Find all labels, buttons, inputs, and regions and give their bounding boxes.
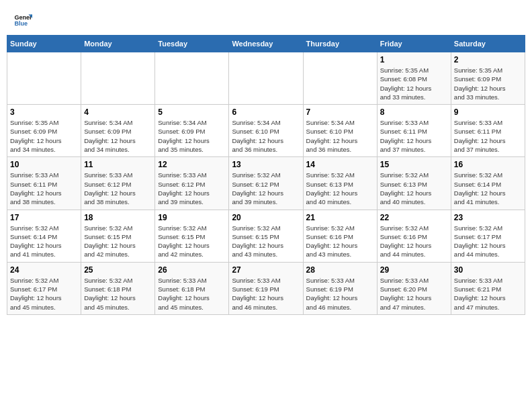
day-number: 9 xyxy=(454,107,522,117)
logo: General Blue xyxy=(13,11,35,30)
calendar-cell xyxy=(7,52,81,105)
calendar-cell xyxy=(303,52,377,105)
day-number: 26 xyxy=(158,265,226,275)
weekday-header-thursday: Thursday xyxy=(303,36,377,52)
day-info: Sunrise: 5:32 AM Sunset: 6:13 PM Dayligh… xyxy=(306,171,374,206)
day-number: 10 xyxy=(10,160,78,169)
day-number: 21 xyxy=(306,213,374,222)
day-info: Sunrise: 5:32 AM Sunset: 6:14 PM Dayligh… xyxy=(10,224,78,259)
day-number: 20 xyxy=(232,213,300,222)
calendar-cell: 1Sunrise: 5:35 AM Sunset: 6:08 PM Daylig… xyxy=(377,52,451,105)
calendar-header: SundayMondayTuesdayWednesdayThursdayFrid… xyxy=(7,36,525,52)
calendar-cell xyxy=(229,52,303,105)
day-number: 8 xyxy=(380,107,448,117)
calendar-cell: 13Sunrise: 5:32 AM Sunset: 6:12 PM Dayli… xyxy=(229,157,303,210)
day-number: 4 xyxy=(84,107,152,117)
day-number: 3 xyxy=(10,107,78,117)
day-number: 24 xyxy=(10,265,78,275)
calendar-cell: 3Sunrise: 5:35 AM Sunset: 6:09 PM Daylig… xyxy=(7,105,81,157)
calendar-cell: 7Sunrise: 5:34 AM Sunset: 6:10 PM Daylig… xyxy=(303,105,377,157)
calendar-table: SundayMondayTuesdayWednesdayThursdayFrid… xyxy=(7,35,525,315)
day-info: Sunrise: 5:32 AM Sunset: 6:18 PM Dayligh… xyxy=(84,276,152,312)
day-number: 30 xyxy=(454,265,522,275)
weekday-header-tuesday: Tuesday xyxy=(155,36,229,52)
day-number: 5 xyxy=(158,107,226,117)
day-number: 2 xyxy=(454,55,522,64)
day-info: Sunrise: 5:32 AM Sunset: 6:12 PM Dayligh… xyxy=(232,171,300,206)
calendar-cell: 5Sunrise: 5:34 AM Sunset: 6:09 PM Daylig… xyxy=(155,105,229,157)
day-number: 29 xyxy=(380,265,448,275)
day-info: Sunrise: 5:35 AM Sunset: 6:09 PM Dayligh… xyxy=(10,118,78,154)
calendar-cell: 16Sunrise: 5:32 AM Sunset: 6:14 PM Dayli… xyxy=(451,157,525,210)
day-info: Sunrise: 5:33 AM Sunset: 6:18 PM Dayligh… xyxy=(158,276,226,312)
day-number: 22 xyxy=(380,213,448,222)
day-number: 23 xyxy=(454,213,522,222)
weekday-header-wednesday: Wednesday xyxy=(229,36,303,52)
calendar-cell: 10Sunrise: 5:33 AM Sunset: 6:11 PM Dayli… xyxy=(7,157,81,210)
calendar-row: 24Sunrise: 5:32 AM Sunset: 6:17 PM Dayli… xyxy=(7,262,525,314)
day-number: 7 xyxy=(306,107,374,117)
weekday-header-monday: Monday xyxy=(81,36,155,52)
calendar-cell xyxy=(81,52,155,105)
day-number: 14 xyxy=(306,160,374,169)
day-info: Sunrise: 5:33 AM Sunset: 6:21 PM Dayligh… xyxy=(454,276,522,312)
day-info: Sunrise: 5:32 AM Sunset: 6:13 PM Dayligh… xyxy=(380,171,448,206)
calendar-row: 10Sunrise: 5:33 AM Sunset: 6:11 PM Dayli… xyxy=(7,157,525,210)
calendar-cell: 22Sunrise: 5:32 AM Sunset: 6:16 PM Dayli… xyxy=(377,210,451,262)
day-number: 27 xyxy=(232,265,300,275)
calendar-cell: 27Sunrise: 5:33 AM Sunset: 6:19 PM Dayli… xyxy=(229,262,303,314)
day-info: Sunrise: 5:32 AM Sunset: 6:17 PM Dayligh… xyxy=(10,276,78,312)
calendar-cell: 11Sunrise: 5:33 AM Sunset: 6:12 PM Dayli… xyxy=(81,157,155,210)
day-info: Sunrise: 5:33 AM Sunset: 6:12 PM Dayligh… xyxy=(158,171,226,206)
day-number: 18 xyxy=(84,213,152,222)
calendar-cell: 4Sunrise: 5:34 AM Sunset: 6:09 PM Daylig… xyxy=(81,105,155,157)
day-number: 28 xyxy=(306,265,374,275)
calendar-cell: 2Sunrise: 5:35 AM Sunset: 6:09 PM Daylig… xyxy=(451,52,525,105)
day-info: Sunrise: 5:35 AM Sunset: 6:08 PM Dayligh… xyxy=(380,66,448,101)
weekday-header-sunday: Sunday xyxy=(7,36,81,52)
day-number: 17 xyxy=(10,213,78,222)
calendar-cell: 6Sunrise: 5:34 AM Sunset: 6:10 PM Daylig… xyxy=(229,105,303,157)
day-info: Sunrise: 5:32 AM Sunset: 6:17 PM Dayligh… xyxy=(454,224,522,259)
day-info: Sunrise: 5:32 AM Sunset: 6:16 PM Dayligh… xyxy=(380,224,448,259)
calendar-cell: 8Sunrise: 5:33 AM Sunset: 6:11 PM Daylig… xyxy=(377,105,451,157)
day-info: Sunrise: 5:34 AM Sunset: 6:09 PM Dayligh… xyxy=(84,118,152,154)
day-number: 6 xyxy=(232,107,300,117)
calendar-cell: 20Sunrise: 5:32 AM Sunset: 6:15 PM Dayli… xyxy=(229,210,303,262)
day-info: Sunrise: 5:35 AM Sunset: 6:09 PM Dayligh… xyxy=(454,66,522,101)
day-number: 1 xyxy=(380,55,448,64)
calendar-cell: 28Sunrise: 5:33 AM Sunset: 6:19 PM Dayli… xyxy=(303,262,377,314)
day-info: Sunrise: 5:33 AM Sunset: 6:19 PM Dayligh… xyxy=(232,276,300,312)
svg-text:Blue: Blue xyxy=(14,20,28,27)
weekday-header-saturday: Saturday xyxy=(451,36,525,52)
day-number: 25 xyxy=(84,265,152,275)
calendar-cell: 26Sunrise: 5:33 AM Sunset: 6:18 PM Dayli… xyxy=(155,262,229,314)
day-number: 13 xyxy=(232,160,300,169)
day-info: Sunrise: 5:34 AM Sunset: 6:10 PM Dayligh… xyxy=(232,118,300,154)
page-header: General Blue xyxy=(0,0,532,35)
day-info: Sunrise: 5:33 AM Sunset: 6:11 PM Dayligh… xyxy=(380,118,448,154)
day-info: Sunrise: 5:32 AM Sunset: 6:16 PM Dayligh… xyxy=(306,224,374,259)
calendar-container: SundayMondayTuesdayWednesdayThursdayFrid… xyxy=(0,35,532,322)
calendar-cell: 21Sunrise: 5:32 AM Sunset: 6:16 PM Dayli… xyxy=(303,210,377,262)
calendar-cell: 30Sunrise: 5:33 AM Sunset: 6:21 PM Dayli… xyxy=(451,262,525,314)
calendar-cell: 15Sunrise: 5:32 AM Sunset: 6:13 PM Dayli… xyxy=(377,157,451,210)
day-info: Sunrise: 5:32 AM Sunset: 6:14 PM Dayligh… xyxy=(454,171,522,206)
calendar-cell: 24Sunrise: 5:32 AM Sunset: 6:17 PM Dayli… xyxy=(7,262,81,314)
weekday-header-friday: Friday xyxy=(377,36,451,52)
day-info: Sunrise: 5:34 AM Sunset: 6:09 PM Dayligh… xyxy=(158,118,226,154)
calendar-cell: 19Sunrise: 5:32 AM Sunset: 6:15 PM Dayli… xyxy=(155,210,229,262)
day-info: Sunrise: 5:32 AM Sunset: 6:15 PM Dayligh… xyxy=(158,224,226,259)
day-number: 19 xyxy=(158,213,226,222)
day-info: Sunrise: 5:33 AM Sunset: 6:20 PM Dayligh… xyxy=(380,276,448,312)
calendar-cell: 9Sunrise: 5:33 AM Sunset: 6:11 PM Daylig… xyxy=(451,105,525,157)
day-info: Sunrise: 5:32 AM Sunset: 6:15 PM Dayligh… xyxy=(232,224,300,259)
calendar-cell xyxy=(155,52,229,105)
day-number: 16 xyxy=(454,160,522,169)
day-number: 11 xyxy=(84,160,152,169)
calendar-row: 1Sunrise: 5:35 AM Sunset: 6:08 PM Daylig… xyxy=(7,52,525,105)
calendar-cell: 23Sunrise: 5:32 AM Sunset: 6:17 PM Dayli… xyxy=(451,210,525,262)
day-info: Sunrise: 5:33 AM Sunset: 6:11 PM Dayligh… xyxy=(454,118,522,154)
day-number: 12 xyxy=(158,160,226,169)
day-info: Sunrise: 5:34 AM Sunset: 6:10 PM Dayligh… xyxy=(306,118,374,154)
